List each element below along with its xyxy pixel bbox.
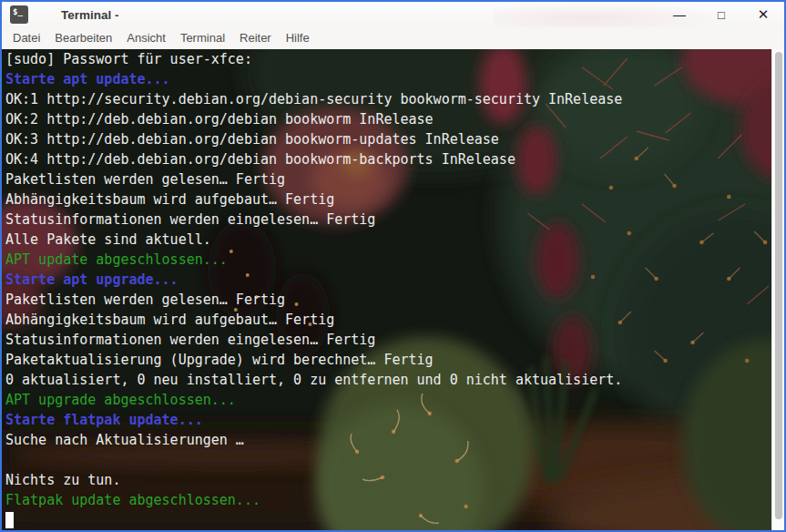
maximize-button[interactable]: □ (700, 2, 742, 27)
terminal-line: OK:2 http://deb.debian.org/debian bookwo… (5, 109, 770, 129)
terminal-line-text: Statusinformationen werden eingelesen… F… (5, 332, 375, 348)
terminal-line-text: Alle Pakete sind aktuell. (5, 231, 211, 248)
terminal-line: Statusinformationen werden eingelesen… F… (5, 210, 770, 230)
terminal-line (5, 510, 770, 530)
maximize-icon: □ (718, 8, 725, 22)
menu-item-hilfe[interactable]: Hilfe (279, 27, 317, 49)
terminal-line-text: Flatpak update abgeschlossen... (5, 492, 260, 508)
terminal-line: OK:3 http://deb.debian.org/debian bookwo… (5, 129, 770, 149)
window-controls: — □ ✕ (658, 2, 784, 27)
terminal-line: [sudo] Passwort für user-xfce: (5, 49, 770, 69)
terminal-line-text: 0 aktualisiert, 0 neu installiert, 0 zu … (5, 372, 622, 388)
terminal-line: 0 aktualisiert, 0 neu installiert, 0 zu … (5, 370, 770, 390)
terminal-line: Abhängigkeitsbaum wird aufgebaut… Fertig (5, 189, 770, 210)
menu-item-datei[interactable]: Datei (5, 27, 47, 49)
terminal-window: $_ Terminal - — □ ✕ DateiBearbeitenAnsic… (0, 0, 786, 532)
terminal-line-text: APT upgrade abgeschlossen... (5, 392, 236, 408)
titlebar[interactable]: $_ Terminal - — □ ✕ (2, 2, 784, 27)
scrollbar-thumb[interactable] (775, 52, 782, 519)
terminal-line-text: APT update abgeschlossen... (5, 251, 228, 268)
minimize-button[interactable]: — (658, 2, 700, 27)
terminal-cursor (5, 512, 14, 528)
window-title: Terminal - (61, 2, 119, 27)
terminal-line: Starte flatpak update... (5, 410, 770, 430)
terminal-line: Paketaktualisierung (Upgrade) wird berec… (5, 350, 770, 370)
terminal-screen[interactable]: [sudo] Passwort für user-xfce:Starte apt… (2, 49, 784, 530)
terminal-line-text: [sudo] Passwort für user-xfce: (5, 51, 252, 67)
terminal-line: OK:1 http://security.debian.org/debian-s… (5, 89, 770, 109)
terminal-icon-glyph: $_ (13, 7, 23, 16)
menubar: DateiBearbeitenAnsichtTerminalReiterHilf… (2, 27, 784, 49)
terminal-line: Starte apt upgrade... (5, 270, 770, 290)
menu-item-bearbeiten[interactable]: Bearbeiten (47, 27, 119, 49)
terminal-line: Paketlisten werden gelesen… Fertig (5, 290, 770, 310)
terminal-line: Starte apt update... (5, 69, 770, 89)
terminal-line-text: OK:4 http://deb.debian.org/debian bookwo… (5, 151, 515, 168)
terminal-output: [sudo] Passwort für user-xfce:Starte apt… (2, 49, 784, 530)
terminal-line-text: Suche nach Aktualisierungen … (5, 432, 244, 448)
terminal-app-icon: $_ (10, 5, 28, 24)
terminal-line-text: OK:2 http://deb.debian.org/debian bookwo… (5, 111, 434, 128)
terminal-line: OK:4 http://deb.debian.org/debian bookwo… (5, 149, 770, 169)
menu-item-reiter[interactable]: Reiter (232, 27, 279, 49)
terminal-line-text: Abhängigkeitsbaum wird aufgebaut… Fertig (5, 312, 334, 328)
terminal-line-text: Starte flatpak update... (5, 412, 203, 428)
terminal-line: Suche nach Aktualisierungen … (5, 430, 770, 450)
terminal-line-text: Paketaktualisierung (Upgrade) wird berec… (5, 352, 434, 368)
minimize-icon: — (673, 7, 686, 22)
terminal-line: Abhängigkeitsbaum wird aufgebaut… Fertig (5, 310, 770, 330)
terminal-line (5, 450, 770, 470)
terminal-line-text: Starte apt upgrade... (5, 271, 179, 288)
terminal-line: Paketlisten werden gelesen… Fertig (5, 169, 770, 189)
close-icon: ✕ (758, 6, 770, 23)
terminal-line: Flatpak update abgeschlossen... (5, 490, 770, 510)
terminal-line: APT upgrade abgeschlossen... (5, 390, 770, 410)
close-button[interactable]: ✕ (742, 2, 784, 27)
terminal-line-text: OK:1 http://security.debian.org/debian-s… (5, 91, 622, 107)
terminal-line: Alle Pakete sind aktuell. (5, 230, 770, 250)
terminal-line: APT update abgeschlossen... (5, 250, 770, 270)
terminal-line-text: Abhängigkeitsbaum wird aufgebaut… Fertig (5, 191, 334, 208)
terminal-line-text: OK:3 http://deb.debian.org/debian bookwo… (5, 131, 499, 148)
terminal-line: Statusinformationen werden eingelesen… F… (5, 330, 770, 350)
terminal-line-text: Nichts zu tun. (5, 472, 120, 488)
terminal-line-text: Starte apt update... (5, 71, 170, 87)
terminal-line: Nichts zu tun. (5, 470, 770, 490)
menu-item-ansicht[interactable]: Ansicht (119, 27, 173, 49)
menu-item-terminal[interactable]: Terminal (173, 27, 232, 49)
terminal-line-text: Statusinformationen werden eingelesen… F… (5, 211, 375, 228)
scrollbar[interactable] (771, 49, 784, 530)
terminal-line-text: Paketlisten werden gelesen… Fertig (5, 292, 285, 308)
terminal-line-text: Paketlisten werden gelesen… Fertig (5, 171, 285, 188)
